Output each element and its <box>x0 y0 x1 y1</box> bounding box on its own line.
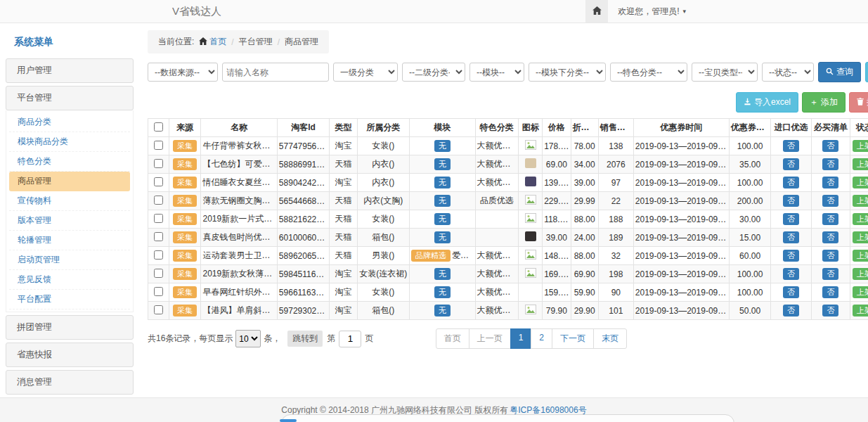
import-select-toggle[interactable]: 否 <box>783 250 799 262</box>
product-thumbnail <box>525 179 536 188</box>
sidebar-group-省惠快报[interactable]: 省惠快报 <box>6 343 134 367</box>
user-menu[interactable]: 欢迎您，管理员! ▾ <box>608 6 696 18</box>
row-checkbox[interactable] <box>154 196 163 205</box>
must-buy-toggle[interactable]: 否 <box>822 195 838 207</box>
import-select-toggle[interactable]: 否 <box>783 305 799 317</box>
module-badge: 无 <box>434 177 451 189</box>
name-search-input[interactable] <box>222 63 329 82</box>
filter-select-module-sub-category[interactable]: --模块下分类-- <box>529 63 606 82</box>
home-button[interactable] <box>585 0 608 23</box>
page-button-首页[interactable]: 首页 <box>436 328 469 349</box>
filter-select-item-type[interactable]: --宝贝类型-- <box>692 63 758 82</box>
row-checkbox[interactable] <box>154 159 163 168</box>
must-buy-cell: 否 <box>811 210 850 229</box>
page-button-2[interactable]: 2 <box>531 328 552 349</box>
status-toggle[interactable]: 上架 <box>853 213 868 226</box>
filter-select-status[interactable]: --状态-- <box>762 63 814 82</box>
coupon-time-cell: 2019-09-13—2019-09-20 <box>633 229 729 247</box>
sidebar-item-商品管理[interactable]: 商品管理 <box>9 172 130 191</box>
must-buy-toggle[interactable]: 否 <box>822 231 838 244</box>
filter-select-special-category[interactable]: --特色分类-- <box>610 63 687 82</box>
row-checkbox[interactable] <box>154 214 163 223</box>
coupon-time-cell: 2019-09-13—2019-09-15 <box>633 247 729 265</box>
row-checkbox[interactable] <box>154 141 163 150</box>
jump-button[interactable]: 跳转到 <box>287 331 323 347</box>
sidebar-group-拼团管理[interactable]: 拼团管理 <box>6 315 134 340</box>
status-toggle[interactable]: 上架 <box>853 195 868 207</box>
status-toggle[interactable]: 上架 <box>853 177 868 189</box>
coupon-amount-cell: 35.00 <box>729 155 771 174</box>
must-buy-toggle[interactable]: 否 <box>822 250 838 262</box>
sidebar-item-宣传物料[interactable]: 宣传物料 <box>9 191 130 211</box>
must-buy-toggle[interactable]: 否 <box>822 177 838 189</box>
status-toggle[interactable]: 上架 <box>853 305 868 317</box>
row-checkbox[interactable] <box>154 269 163 278</box>
filter-select-data-source[interactable]: --数据来源-- <box>148 63 218 82</box>
status-toggle[interactable]: 上架 <box>853 268 868 281</box>
row-checkbox[interactable] <box>154 287 163 296</box>
sidebar-item-特色分类[interactable]: 特色分类 <box>9 152 130 172</box>
sidebar-item-轮播管理[interactable]: 轮播管理 <box>9 231 130 250</box>
status-toggle[interactable]: 上架 <box>853 250 868 262</box>
must-buy-toggle[interactable]: 否 <box>822 305 838 317</box>
import-select-toggle[interactable]: 否 <box>783 213 799 226</box>
sidebar-item-平台配置[interactable]: 平台配置 <box>9 290 130 309</box>
filter-select-level2-category[interactable]: --二级分类-- <box>402 63 465 82</box>
must-buy-toggle[interactable]: 否 <box>822 140 838 153</box>
page-button-末页[interactable]: 末页 <box>593 328 627 349</box>
import-select-toggle[interactable]: 否 <box>783 286 799 299</box>
status-toggle[interactable]: 上架 <box>853 231 868 244</box>
module-badge: 无 <box>434 158 451 171</box>
row-checkbox[interactable] <box>154 250 163 260</box>
import-select-cell: 否 <box>771 174 811 192</box>
status-toggle[interactable]: 上架 <box>853 286 868 299</box>
type-cell: 天猫 <box>330 247 357 265</box>
sidebar-item-版本管理[interactable]: 版本管理 <box>9 211 130 231</box>
import-excel-button[interactable]: 导入excel <box>736 92 798 113</box>
source-cell: 采集 <box>169 210 201 229</box>
sidebar-group-平台管理[interactable]: 平台管理 <box>6 86 134 110</box>
must-buy-toggle[interactable]: 否 <box>822 286 838 299</box>
sidebar-item-启动页管理[interactable]: 启动页管理 <box>9 250 130 270</box>
status-toggle[interactable]: 上架 <box>853 158 868 171</box>
sidebar-item-商品分类[interactable]: 商品分类 <box>9 113 130 132</box>
must-buy-cell: 否 <box>811 265 850 283</box>
name-cell: 早春网红针织外套女春... <box>201 283 277 302</box>
import-select-toggle[interactable]: 否 <box>783 158 799 171</box>
row-checkbox[interactable] <box>154 232 163 241</box>
special-category-cell <box>475 229 519 247</box>
add-button[interactable]: ＋ 添加 <box>802 92 846 113</box>
import-select-toggle[interactable]: 否 <box>783 195 799 207</box>
import-select-toggle[interactable]: 否 <box>783 231 799 244</box>
must-buy-toggle[interactable]: 否 <box>822 268 838 281</box>
page-number-input[interactable] <box>339 331 361 347</box>
import-select-toggle[interactable]: 否 <box>783 177 799 189</box>
row-checkbox[interactable] <box>154 305 163 314</box>
must-buy-toggle[interactable]: 否 <box>822 158 838 171</box>
search-button[interactable]: 查询 <box>818 62 861 82</box>
page-button-下一页[interactable]: 下一页 <box>552 328 594 349</box>
breadcrumb-home-link[interactable]: 首页 <box>199 36 226 48</box>
module-badge: 无 <box>434 305 451 317</box>
must-buy-toggle[interactable]: 否 <box>822 213 838 226</box>
page-button-上一页[interactable]: 上一页 <box>469 328 511 349</box>
sidebar-item-模块商品分类[interactable]: 模块商品分类 <box>9 132 130 152</box>
home-icon <box>592 6 602 17</box>
import-select-cell: 否 <box>771 265 811 283</box>
sidebar-item-意见反馈[interactable]: 意见反馈 <box>9 270 130 290</box>
status-toggle[interactable]: 上架 <box>853 140 868 153</box>
table-row: 采集2019新款一片式系...588216228899天猫女装()无118.00… <box>148 210 868 229</box>
reset-button[interactable]: 重置 <box>865 62 868 82</box>
row-checkbox[interactable] <box>154 177 163 186</box>
sidebar-group-消息管理[interactable]: 消息管理 <box>6 370 134 395</box>
per-page-select[interactable]: 10 <box>235 330 261 347</box>
filter-select-module[interactable]: --模块-- <box>469 63 524 82</box>
import-select-toggle[interactable]: 否 <box>783 268 799 281</box>
sidebar-group-用户管理[interactable]: 用户管理 <box>6 58 134 83</box>
name-cell: 2019新款一片式系... <box>201 210 277 229</box>
import-select-toggle[interactable]: 否 <box>783 140 799 153</box>
filter-select-level1-category[interactable]: 一级分类 <box>333 63 398 82</box>
page-button-1[interactable]: 1 <box>510 328 532 349</box>
batch-delete-button[interactable]: 批量删除 <box>849 92 868 113</box>
select-all-checkbox[interactable] <box>154 122 163 132</box>
